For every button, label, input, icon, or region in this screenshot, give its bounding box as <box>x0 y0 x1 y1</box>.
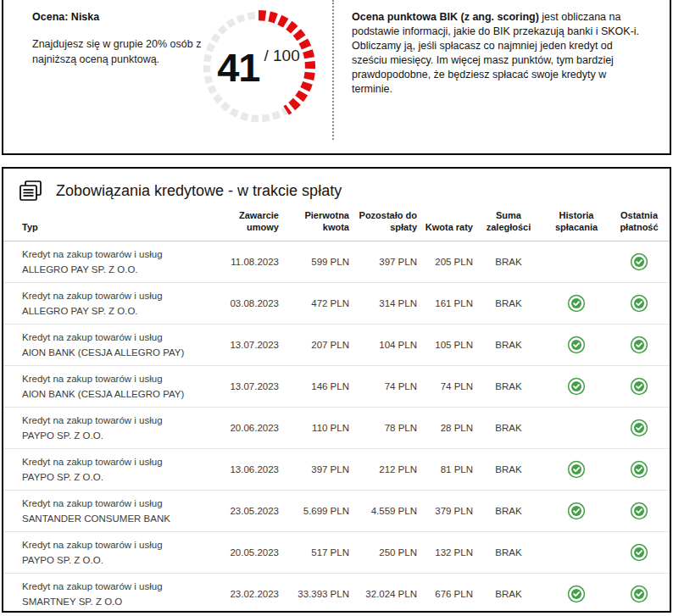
credit-type: Kredyt na zakup towarów i usług <box>22 537 224 552</box>
score-description-pane: Ocena punktowa BIK (z ang. scoring) jest… <box>333 0 670 153</box>
credit-type: Kredyt na zakup towarów i usług <box>22 330 224 345</box>
cell-arrears: BRAK <box>473 449 544 491</box>
cell-history <box>544 241 609 283</box>
cell-contract-date: 13.07.2023 <box>224 366 279 408</box>
cell-type: Kredyt na zakup towarów i usługPAYPO SP.… <box>3 408 224 449</box>
cell-installment: 132 PLN <box>417 532 473 574</box>
score-description: Ocena punktowa BIK (z ang. scoring) jest… <box>352 10 649 97</box>
column-header-6: Suma zaległości <box>473 204 544 241</box>
cell-contract-date: 13.07.2023 <box>224 325 279 366</box>
cell-arrears: BRAK <box>473 491 544 532</box>
cell-last-payment <box>609 574 670 613</box>
check-icon <box>567 585 586 603</box>
creditor-name: PAYPO SP. Z O.O. <box>22 552 224 568</box>
document-list-icon <box>18 180 43 203</box>
cell-arrears: BRAK <box>473 574 544 613</box>
cell-arrears: BRAK <box>473 408 544 449</box>
cell-remaining-amount: 397 PLN <box>349 241 417 283</box>
table-row: Kredyt na zakup towarów i usługALLEGRO P… <box>3 241 670 283</box>
cell-arrears: BRAK <box>473 325 544 366</box>
column-header-5: Kwota raty <box>417 204 473 241</box>
cell-history <box>544 366 609 408</box>
obligations-header: Zobowiązania kredytowe - w trakcie spłat… <box>3 169 670 203</box>
cell-contract-date: 13.06.2023 <box>224 449 279 491</box>
check-icon <box>630 419 648 437</box>
score-gauge: 41 / 100 <box>195 3 322 130</box>
score-number: 41 <box>217 47 259 87</box>
cell-original-amount: 146 PLN <box>279 366 349 408</box>
cell-contract-date: 23.02.2023 <box>224 574 279 613</box>
cell-original-amount: 5.699 PLN <box>279 491 349 532</box>
credit-type: Kredyt na zakup towarów i usług <box>22 371 224 386</box>
check-icon <box>567 377 586 396</box>
creditor-name: AION BANK (CESJA ALLEGRO PAY) <box>22 345 224 360</box>
score-description-lead: Ocena punktowa BIK (z ang. scoring) <box>352 11 539 23</box>
column-header-1: Typ <box>3 204 224 241</box>
credit-type: Kredyt na zakup towarów i usług <box>22 454 224 469</box>
cell-remaining-amount: 32.024 PLN <box>349 574 417 613</box>
table-row: Kredyt na zakup towarów i usługSANTANDER… <box>3 491 670 532</box>
cell-original-amount: 397 PLN <box>279 449 349 491</box>
cell-remaining-amount: 104 PLN <box>349 325 417 366</box>
table-row: Kredyt na zakup towarów i usługALLEGRO P… <box>3 283 670 325</box>
cell-remaining-amount: 74 PLN <box>349 366 417 408</box>
column-header-7: Historia spłacania <box>544 204 609 241</box>
table-row: Kredyt na zakup towarów i usługSMARTNEY … <box>3 574 670 613</box>
cell-installment: 28 PLN <box>417 408 473 449</box>
credit-type: Kredyt na zakup towarów i usług <box>22 496 224 511</box>
cell-last-payment <box>609 532 670 574</box>
creditor-name: PAYPO SP. Z O.O. <box>22 428 224 443</box>
obligations-table: TypZawarcie umowyPierwotna kwotaPozostał… <box>3 204 670 613</box>
score-group-text: Znajdujesz się w grupie 20% osób z najni… <box>32 36 206 67</box>
cell-history <box>544 283 609 325</box>
cell-installment: 105 PLN <box>417 325 473 366</box>
cell-last-payment <box>609 449 670 491</box>
check-icon <box>630 253 648 271</box>
cell-arrears: BRAK <box>473 532 544 574</box>
cell-type: Kredyt na zakup towarów i usługALLEGRO P… <box>3 241 224 283</box>
cell-remaining-amount: 314 PLN <box>349 283 417 325</box>
check-icon <box>630 336 648 354</box>
cell-type: Kredyt na zakup towarów i usługSMARTNEY … <box>3 574 224 613</box>
credit-type: Kredyt na zakup towarów i usług <box>22 579 224 594</box>
cell-installment: 205 PLN <box>417 241 473 283</box>
cell-original-amount: 599 PLN <box>279 241 349 283</box>
cell-last-payment <box>609 408 670 449</box>
check-icon <box>567 336 586 354</box>
cell-installment: 379 PLN <box>417 491 473 532</box>
cell-history <box>544 532 609 574</box>
score-summary: Ocena: Niska Znajdujesz się w grupie 20%… <box>3 0 333 153</box>
column-header-3: Pierwotna kwota <box>279 204 349 241</box>
cell-arrears: BRAK <box>473 241 544 283</box>
cell-type: Kredyt na zakup towarów i usługAION BANK… <box>3 325 224 366</box>
cell-contract-date: 20.05.2023 <box>224 532 279 574</box>
cell-remaining-amount: 4.559 PLN <box>349 491 417 532</box>
creditor-name: AION BANK (CESJA ALLEGRO PAY) <box>22 386 224 402</box>
cell-original-amount: 110 PLN <box>279 408 349 449</box>
cell-original-amount: 207 PLN <box>279 325 349 366</box>
credit-type: Kredyt na zakup towarów i usług <box>22 413 224 428</box>
cell-last-payment <box>609 241 670 283</box>
creditor-name: ALLEGRO PAY SP. Z O.O. <box>22 303 224 319</box>
check-icon <box>630 294 648 313</box>
cell-arrears: BRAK <box>473 366 544 408</box>
table-row: Kredyt na zakup towarów i usługPAYPO SP.… <box>3 532 670 574</box>
cell-contract-date: 20.06.2023 <box>224 408 279 449</box>
cell-arrears: BRAK <box>473 283 544 325</box>
obligations-panel: Zobowiązania kredytowe - w trakcie spłat… <box>2 167 671 613</box>
cell-history <box>544 449 609 491</box>
cell-last-payment <box>609 283 670 325</box>
cell-installment: 74 PLN <box>417 366 473 408</box>
cell-original-amount: 517 PLN <box>279 532 349 574</box>
column-header-4: Pozostało do spłaty <box>349 204 417 241</box>
cell-contract-date: 11.08.2023 <box>224 241 279 283</box>
cell-installment: 81 PLN <box>417 449 473 491</box>
cell-last-payment <box>609 491 670 532</box>
cell-remaining-amount: 250 PLN <box>349 532 417 574</box>
check-icon <box>630 377 648 396</box>
cell-contract-date: 03.08.2023 <box>224 283 279 325</box>
cell-history <box>544 325 609 366</box>
table-row: Kredyt na zakup towarów i usługPAYPO SP.… <box>3 408 670 449</box>
creditor-name: ALLEGRO PAY SP. Z O.O. <box>22 262 224 277</box>
cell-history <box>544 408 609 449</box>
